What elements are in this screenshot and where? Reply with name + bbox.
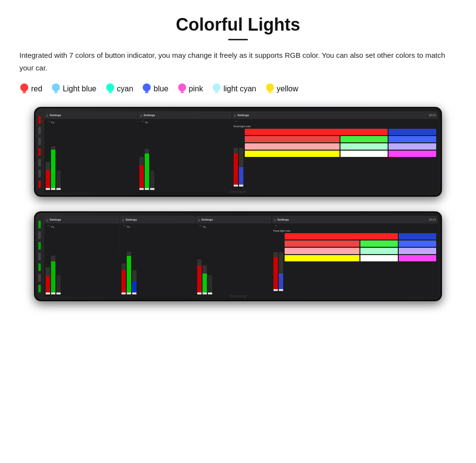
left-buttons-strip-2	[35, 213, 43, 300]
cp2-cell-11	[399, 255, 436, 261]
slider-b-1-handle	[56, 188, 61, 190]
screen-2-1-top: ⌂ Settings	[44, 216, 119, 223]
home-icon-2-2: ⌂	[122, 218, 124, 222]
color-item-red: red	[19, 83, 42, 95]
back-2-2: ←	[120, 223, 195, 228]
cp2-slider-r	[273, 252, 278, 291]
home-icon-2-3: ⌂	[198, 218, 200, 222]
s23-b	[208, 275, 212, 294]
screen-2-3: ⌂ Settings ← Pa	[196, 216, 271, 297]
colorpanel-title-1: Panel light color	[234, 125, 436, 128]
back-2-1: ←	[44, 223, 119, 228]
cp-slider-b-handle	[239, 185, 243, 187]
settings-label-2-4: Settings	[277, 218, 289, 221]
s22-r-h	[121, 292, 126, 294]
color-label-yellow: yellow	[277, 85, 298, 93]
screen-1-1-content	[44, 123, 137, 191]
cp-cell-11	[389, 151, 436, 157]
settings-label-3: Settings	[238, 114, 249, 117]
settings-label-2-3: Settings	[202, 218, 213, 221]
svg-rect-22	[215, 92, 219, 93]
screen-2-3-top: ⌂ Settings	[196, 216, 271, 223]
cp2-grid-wrap	[285, 233, 436, 291]
s21-b-h	[56, 292, 61, 294]
slider-r-2-handle	[139, 188, 144, 190]
svg-rect-18	[180, 92, 184, 93]
home-icon-2-4: ⌂	[274, 218, 276, 222]
screen-2-4-colorpanel: Panel light color	[272, 228, 438, 295]
screens-row1: ⌂ Settings ← Pa ⌂	[43, 108, 441, 195]
color-item-pink: pink	[177, 83, 203, 95]
screen-1-2-top: ⌂ Settings	[138, 111, 231, 119]
color-label-light-cyan: light cyan	[223, 85, 256, 93]
slider-r-2	[139, 157, 144, 190]
s22-g-h	[127, 292, 131, 294]
settings-label-2: Settings	[144, 114, 155, 117]
device-row-2-wrap: ⌂ Settings ← Pa ⌂	[19, 211, 457, 301]
settings-label-2-1: Settings	[50, 218, 61, 221]
s22-b-h	[132, 292, 136, 294]
color-label-blue: blue	[153, 85, 168, 93]
screen-2-2-top: ⌂ Settings	[120, 216, 195, 223]
s22-r	[121, 263, 126, 294]
btn-1-2	[38, 127, 41, 135]
slider-b-1	[56, 171, 61, 190]
back-2-4: ←	[272, 223, 438, 228]
home-icon-2-1: ⌂	[46, 218, 48, 222]
back-2-3: ←	[196, 223, 271, 228]
cp-cell-5	[389, 136, 436, 142]
svg-rect-10	[108, 92, 112, 93]
color-item-blue: blue	[142, 83, 168, 95]
pa-label-2-3: Pa	[203, 225, 206, 228]
screen-1-1-top: ⌂ Settings	[44, 111, 137, 119]
svg-rect-14	[145, 92, 149, 93]
device-row-1: ⌂ Settings ← Pa ⌂	[34, 107, 442, 197]
left-buttons-strip-1	[35, 108, 43, 195]
devices-section: ⌂ Settings ← Pa ⌂	[19, 107, 457, 307]
btn-1-6	[38, 170, 41, 177]
slider-g-2	[145, 149, 149, 190]
pa-label-1: Pa	[51, 121, 54, 124]
cp2-cell-7	[360, 248, 398, 254]
screen-2-3-content	[196, 228, 271, 295]
s23-b-h	[208, 292, 212, 294]
cp2-cell-2	[399, 233, 436, 240]
btn-2-6	[38, 274, 41, 282]
slider-g-1-handle	[51, 188, 55, 190]
colorpanel-title-2: Panel light color	[273, 229, 436, 232]
screen-2-2-content	[120, 228, 195, 295]
screen-1-3-colorpanel: Panel light color	[232, 123, 438, 191]
cp2-slider-b	[279, 252, 283, 291]
pa-label-2-1: Pa	[51, 225, 54, 228]
s21-b	[56, 275, 61, 294]
device-row-2: ⌂ Settings ← Pa ⌂	[34, 211, 442, 301]
cp2-cell-9	[285, 255, 359, 261]
page-wrapper: Colorful Lights Integrated with 7 colors…	[0, 0, 476, 326]
color-item-Light-blue: Light blue	[51, 83, 96, 95]
back-2: ←	[138, 119, 231, 123]
cp-grid-2	[285, 233, 436, 261]
cp2-cell-6	[285, 248, 359, 254]
screen-2-2: ⌂ Settings ← Pa	[120, 216, 195, 297]
btn-1-4	[38, 148, 41, 156]
color-indicators-row: red Light blue cyan blue pink light cyan	[19, 83, 457, 95]
home-icon-1: ⌂	[46, 114, 48, 117]
btn-green-2-1	[38, 221, 41, 228]
s22-g	[127, 252, 131, 294]
cp-cell-3	[245, 136, 340, 142]
slider-g-1	[51, 146, 55, 190]
btn-2-4	[38, 253, 41, 260]
cp-cell-6	[245, 143, 340, 150]
screen-2-4: ⌂ Settings 20:24 ← Panel light color	[272, 216, 438, 297]
slider-b-2-handle	[150, 188, 154, 190]
cp2-slider-b-handle	[279, 289, 283, 291]
cp2-cell-8	[399, 248, 436, 254]
cp-cell-9	[245, 151, 340, 157]
watermark-2: Seicane	[229, 294, 247, 298]
cp-slider-r-handle	[234, 185, 238, 187]
s21-g	[51, 256, 55, 294]
cp2-cell-4	[360, 240, 398, 247]
cp2-cell-10	[360, 255, 398, 261]
colorpanel-inner	[234, 129, 436, 187]
home-icon-3: ⌂	[234, 114, 236, 117]
